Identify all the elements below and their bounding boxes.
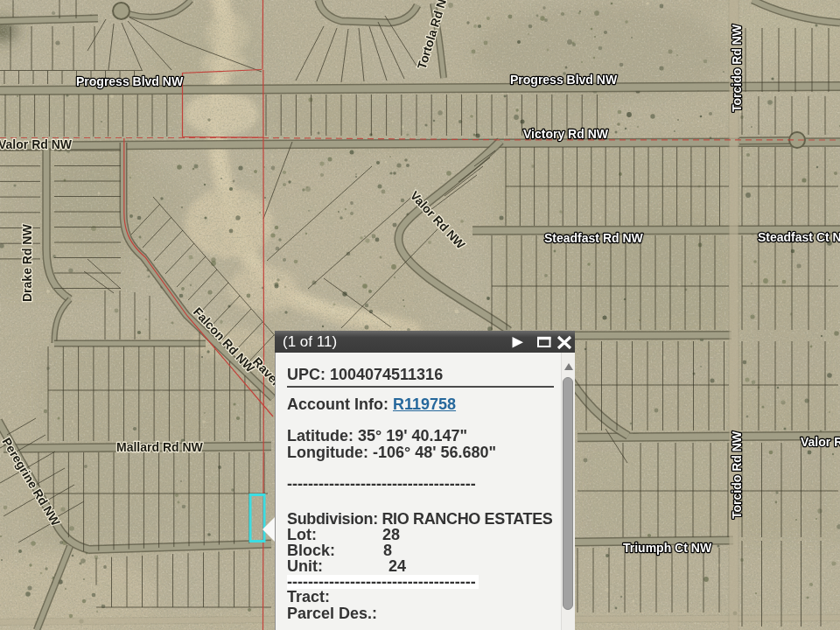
svg-text:Progress Blvd NW: Progress Blvd NW: [510, 73, 618, 87]
svg-text:Valor Rd NW: Valor Rd NW: [0, 137, 73, 151]
svg-text:Torcido Rd NW: Torcido Rd NW: [730, 24, 744, 112]
svg-text:Mallard Rd NW: Mallard Rd NW: [116, 440, 204, 454]
svg-text:Torcido Rd NW: Torcido Rd NW: [730, 430, 744, 519]
svg-text:Victory Rd NW: Victory Rd NW: [523, 127, 609, 141]
svg-text:Triumph Ct NW: Triumph Ct NW: [623, 541, 712, 555]
svg-text:Valor Rd NW: Valor Rd NW: [801, 435, 840, 449]
svg-text:Steadfast Ct NW: Steadfast Ct NW: [758, 230, 840, 244]
svg-text:Drake Rd NW: Drake Rd NW: [20, 224, 34, 302]
svg-text:Steadfast Rd NW: Steadfast Rd NW: [544, 231, 644, 245]
svg-text:Progress Blvd NW: Progress Blvd NW: [76, 74, 184, 88]
